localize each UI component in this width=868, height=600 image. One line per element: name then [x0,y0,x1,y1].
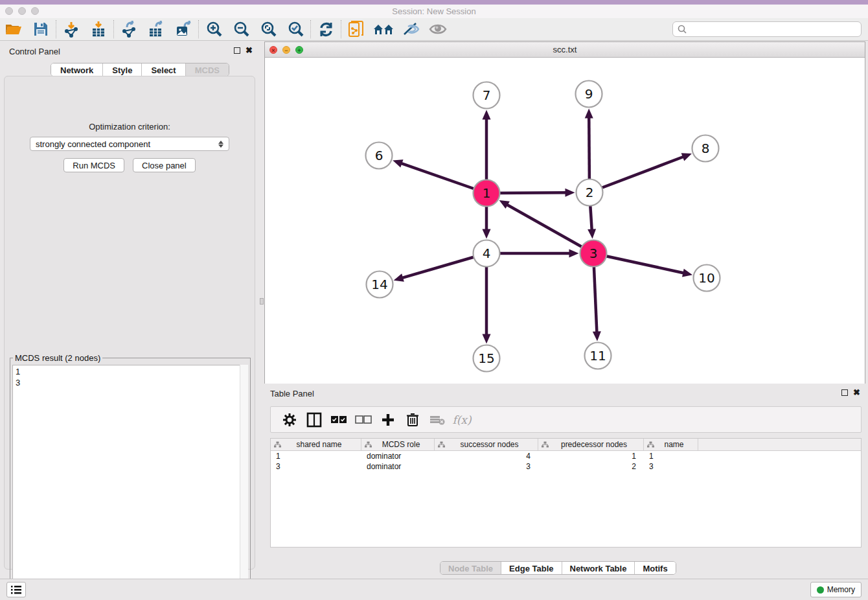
tab-select[interactable]: Select [142,63,185,76]
save-floppy-icon [33,21,49,37]
table-panel: Table Panel ✖ [264,386,868,575]
table-cell[interactable]: 1 [271,451,361,461]
show-eye-button[interactable] [424,19,451,39]
float-table-panel-icon[interactable] [841,389,848,396]
add-column-button[interactable] [376,410,400,430]
table-cell[interactable]: 1 [644,451,698,461]
column-visibility-button[interactable] [302,410,326,430]
float-panel-icon[interactable] [234,47,240,54]
edge-arrowhead-icon [588,229,596,238]
graph-node-label: 1 [483,185,491,201]
task-history-button[interactable] [6,582,26,597]
column-header[interactable]: name [644,439,698,450]
edge-arrowhead-icon [565,189,575,197]
graph-edge[interactable] [593,253,685,273]
home-networks-button[interactable] [370,19,397,39]
column-hierarchy-icon [438,441,445,448]
deselect-all-button[interactable] [351,410,376,430]
table-cell[interactable]: 2 [538,461,644,472]
close-panel-button[interactable]: Close panel [133,158,196,172]
tab-node-table[interactable]: Node Table [440,562,501,574]
export-network-button[interactable] [115,19,143,39]
export-table-button[interactable] [143,19,170,39]
tab-motifs[interactable]: Motifs [635,562,675,574]
mcds-result-textarea[interactable]: 1 3 [12,365,248,595]
graph-node-label: 14 [371,277,387,292]
graph-node-label: 8 [702,141,710,156]
status-bar: Memory [0,579,868,600]
edge-arrowhead-icon [393,159,403,167]
graph-node-label: 10 [698,270,714,286]
export-network-icon [120,21,137,38]
column-header[interactable]: successor nodes [435,439,538,450]
table-row[interactable]: 1dominator411 [271,451,861,461]
close-panel-icon[interactable]: ✖ [246,47,253,54]
zoom-selected-button[interactable] [282,19,309,39]
duplicate-network-icon [348,20,365,38]
table-cell[interactable]: 3 [644,461,698,472]
network-canvas[interactable]: 7968124314101511 [265,58,865,384]
table-cell[interactable]: dominator [361,451,435,461]
divider-handle-icon[interactable] [260,298,264,305]
import-table-button[interactable] [85,19,112,39]
run-mcds-button[interactable]: Run MCDS [63,158,124,172]
table-settings-button[interactable] [277,410,302,430]
tab-network-table[interactable]: Network Table [562,562,635,574]
tab-mcds[interactable]: MCDS [186,63,229,76]
delete-table-icon [429,414,445,426]
criterion-select[interactable]: strongly connected component [30,137,229,151]
node-table: shared nameMCDS rolesuccessor nodesprede… [270,438,862,548]
hide-glasses-button[interactable] [397,19,424,39]
open-session-button[interactable] [0,19,27,39]
trash-icon [406,412,419,427]
search-box [672,21,862,37]
column-header[interactable]: predecessor nodes [538,439,644,450]
function-builder-button[interactable]: f(x) [450,410,474,430]
edge-arrowhead-icon [593,331,601,341]
search-input[interactable] [687,23,861,36]
export-image-button[interactable] [170,19,197,39]
apply-layout-button[interactable] [312,19,339,39]
result-scrollbar[interactable] [240,365,248,595]
memory-button[interactable]: Memory [810,582,862,597]
graph-node-label: 7 [483,87,491,103]
zoom-in-button[interactable] [200,19,227,39]
edge-arrowhead-icon [569,249,579,258]
open-folder-icon [5,21,23,37]
tab-edge-table[interactable]: Edge Table [501,562,562,574]
graph-node-label: 3 [589,246,598,261]
mcds-panel: Optimization criterion: strongly connect… [4,76,255,570]
delete-table-button[interactable] [425,410,450,430]
column-header-label: predecessor nodes [549,440,643,449]
save-session-button[interactable] [27,19,54,39]
export-table-icon [148,21,165,38]
zoom-fit-button[interactable] [255,19,282,39]
split-divider[interactable] [259,43,264,575]
column-header[interactable]: shared name [271,439,361,450]
table-toolbar: f(x) [270,406,862,433]
duplicate-network-button[interactable] [343,19,370,39]
select-all-button[interactable] [326,410,351,430]
import-network-button[interactable] [58,19,85,39]
table-body: 1dominator4113dominator323 [271,451,861,472]
graph-edge[interactable] [506,204,593,253]
tab-network[interactable]: Network [51,63,103,76]
table-cell[interactable]: 4 [435,451,538,461]
optimization-criterion-label: Optimization criterion: [5,122,255,132]
import-network-icon [63,21,80,38]
table-cell[interactable]: dominator [361,461,435,472]
network-window-titlebar[interactable]: × − + scc.txt [265,42,865,58]
table-cell[interactable]: 3 [271,461,361,472]
column-header-label: MCDS role [372,440,434,449]
zoom-out-button[interactable] [227,19,255,39]
column-header[interactable]: MCDS role [361,439,435,450]
table-cell[interactable]: 3 [435,461,538,472]
table-row[interactable]: 3dominator323 [271,461,861,472]
graph-edge[interactable] [589,156,685,192]
tab-style[interactable]: Style [103,63,142,76]
delete-column-button[interactable] [400,410,425,430]
toolbar-separator [113,20,114,38]
close-table-panel-icon[interactable]: ✖ [853,389,860,396]
table-cell[interactable]: 1 [538,451,644,461]
graph-node-label: 2 [586,185,594,200]
